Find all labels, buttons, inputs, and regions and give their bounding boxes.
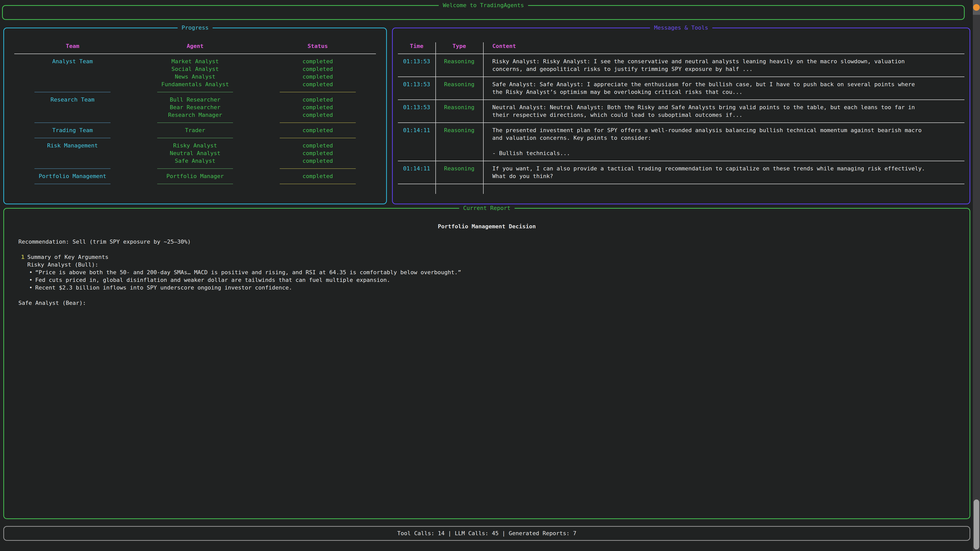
message-content: If you want, I can also provide a tactic… xyxy=(483,165,964,180)
message-content-line: Neutral Analyst: Neutral Analyst: Both t… xyxy=(492,103,964,111)
column-header-status: Status xyxy=(256,42,379,50)
message-time: 01:14:11 xyxy=(398,127,435,134)
column-divider xyxy=(435,42,436,194)
messages-table-body: 01:13:53ReasoningRisky Analyst: Risky An… xyxy=(398,58,964,188)
header-separator xyxy=(398,50,964,58)
row-separator xyxy=(398,180,964,188)
report-title: Current Report xyxy=(459,204,514,212)
message-content-line: - Bullish technicals... xyxy=(492,149,964,157)
row-separator xyxy=(398,157,964,165)
message-row: 01:13:53ReasoningNeutral Analyst: Neutra… xyxy=(398,103,964,119)
table-row: Bear Researchercompleted xyxy=(11,103,379,111)
agent-name: Market Analyst xyxy=(134,58,256,65)
message-content-line: and valuation concerns. Key points to co… xyxy=(492,134,964,142)
table-row: Trading TeamTradercompleted xyxy=(11,127,379,134)
group-separator xyxy=(11,165,379,172)
agent-name: Risky Analyst xyxy=(134,142,256,149)
report-heading: Portfolio Management Decision xyxy=(4,223,969,230)
report-text: “Price is above both the 50- and 200-day… xyxy=(35,269,461,275)
progress-table: Team Agent Status Analyst TeamMarket Ana… xyxy=(4,42,386,188)
message-content-line: concerns, and geopolitical risks to just… xyxy=(492,65,964,73)
agent-status: completed xyxy=(256,103,379,111)
row-separator xyxy=(398,96,964,103)
row-separator xyxy=(398,119,964,127)
agent-name: Bull Researcher xyxy=(134,96,256,103)
header-separator xyxy=(11,50,379,58)
team-name: Research Team xyxy=(11,96,134,103)
team-name xyxy=(11,103,134,111)
table-row: Neutral Analystcompleted xyxy=(11,149,379,157)
message-row: 01:14:11ReasoningThe presented investmen… xyxy=(398,127,964,157)
team-name: Risk Management xyxy=(11,142,134,149)
current-report-panel: Current Report Portfolio Management Deci… xyxy=(3,208,970,519)
message-content-line xyxy=(492,142,964,149)
message-row: 01:13:53ReasoningRisky Analyst: Risky An… xyxy=(398,58,964,73)
scrollbar-top-button[interactable] xyxy=(973,0,980,15)
messages-title: Messages & Tools xyxy=(650,24,712,32)
report-text: Recent $2.3 billion inflows into SPY und… xyxy=(35,284,292,291)
table-row: Risk ManagementRisky Analystcompleted xyxy=(11,142,379,149)
message-row: 01:13:53ReasoningSafe Analyst: Safe Anal… xyxy=(398,81,964,96)
team-name: Analyst Team xyxy=(11,58,134,65)
team-name xyxy=(11,157,134,165)
team-name xyxy=(11,65,134,73)
progress-table-header: Team Agent Status xyxy=(11,42,379,50)
list-number: 1 xyxy=(18,253,24,261)
agent-name: Trader xyxy=(134,127,256,134)
scrollbar-thumb[interactable] xyxy=(974,499,979,549)
agent-name: News Analyst xyxy=(134,73,256,81)
row-separator xyxy=(398,73,964,81)
team-name xyxy=(11,81,134,88)
messages-table-header: Time Type Content xyxy=(398,42,964,50)
message-content: The presented investment plan for SPY of… xyxy=(483,127,964,157)
messages-table: Time Type Content 01:13:53ReasoningRisky… xyxy=(398,42,964,194)
orange-dot-icon xyxy=(973,4,980,11)
message-content: Neutral Analyst: Neutral Analyst: Both t… xyxy=(483,103,964,119)
report-line: •Recent $2.3 billion inflows into SPY un… xyxy=(18,284,969,292)
column-header-content: Content xyxy=(483,42,964,50)
table-row: Research TeamBull Researchercompleted xyxy=(11,96,379,103)
message-type: Reasoning xyxy=(435,81,483,88)
report-recommendation: Recommendation: Sell (trim SPY exposure … xyxy=(4,238,969,246)
agent-name: Fundamentals Analyst xyxy=(134,81,256,88)
message-content-line: their respective directions, which could… xyxy=(492,111,964,119)
welcome-panel: Welcome to TradingAgents xyxy=(2,5,965,20)
report-line: Safe Analyst (Bear): xyxy=(18,299,969,307)
group-separator xyxy=(11,180,379,188)
table-row: Social Analystcompleted xyxy=(11,65,379,73)
table-stub xyxy=(398,188,964,194)
welcome-title: Welcome to TradingAgents xyxy=(439,2,528,9)
team-name: Portfolio Management xyxy=(11,172,134,180)
scrollbar-track[interactable] xyxy=(973,0,980,551)
column-header-type: Type xyxy=(435,42,483,50)
messages-panel: Messages & Tools Time Type Content 01:13… xyxy=(392,27,970,204)
bullet-icon: • xyxy=(29,268,35,276)
report-line: 1Summary of Key Arguments xyxy=(18,253,969,261)
report-body: 1Summary of Key ArgumentsRisky Analyst (… xyxy=(4,253,969,307)
report-text: Summary of Key Arguments xyxy=(27,254,108,260)
message-content-line: the Risky Analyst’s optimism may be over… xyxy=(492,88,964,96)
agent-status: completed xyxy=(256,111,379,119)
blank-line xyxy=(18,292,969,299)
table-row: Analyst TeamMarket Analystcompleted xyxy=(11,58,379,65)
report-line: •Fed cuts priced in, global disinflation… xyxy=(18,276,969,284)
message-type: Reasoning xyxy=(435,127,483,134)
report-line: •“Price is above both the 50- and 200-da… xyxy=(18,268,969,276)
table-row: Research Managercompleted xyxy=(11,111,379,119)
column-header-time: Time xyxy=(398,42,435,50)
agent-status: completed xyxy=(256,65,379,73)
agent-status: completed xyxy=(256,58,379,65)
agent-name: Bear Researcher xyxy=(134,103,256,111)
agent-name: Social Analyst xyxy=(134,65,256,73)
message-content-line: Risky Analyst: Risky Analyst: I see the … xyxy=(492,58,964,65)
message-content-line: Safe Analyst: Safe Analyst: I appreciate… xyxy=(492,81,964,88)
agent-status: completed xyxy=(256,81,379,88)
agent-status: completed xyxy=(256,127,379,134)
agent-name: Portfolio Manager xyxy=(134,172,256,180)
group-separator xyxy=(11,119,379,127)
message-content-line: What do you think? xyxy=(492,172,964,180)
message-time: 01:13:53 xyxy=(398,81,435,88)
table-row: Safe Analystcompleted xyxy=(11,157,379,165)
message-content-line: If you want, I can also provide a tactic… xyxy=(492,165,964,172)
progress-title: Progress xyxy=(178,24,213,32)
